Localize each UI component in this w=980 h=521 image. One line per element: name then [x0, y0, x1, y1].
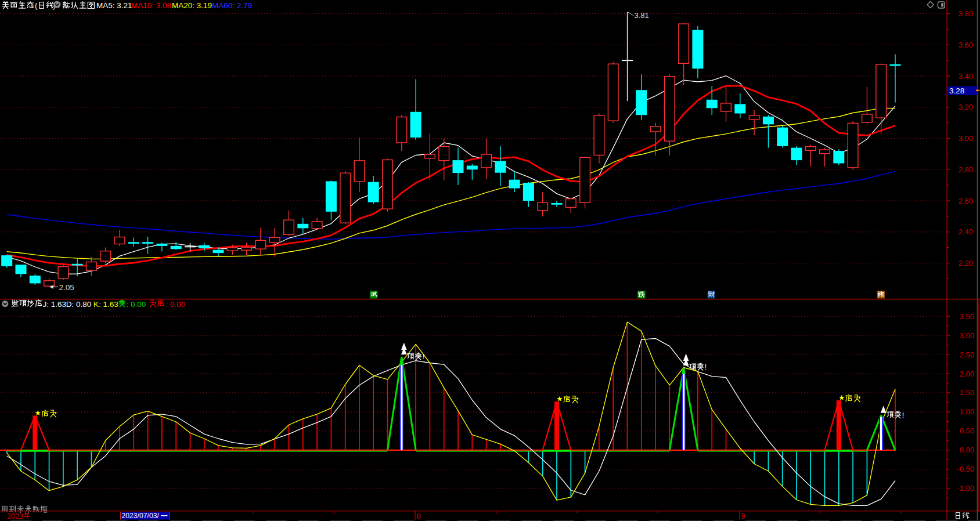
- svg-text:!: !: [902, 411, 904, 419]
- svg-text:3.81: 3.81: [635, 11, 649, 20]
- svg-text:-1.00: -1.00: [957, 484, 974, 493]
- svg-text:(: (: [35, 1, 38, 10]
- svg-text:!: !: [705, 363, 707, 371]
- svg-text:3.80: 3.80: [959, 9, 973, 18]
- svg-text:2.40: 2.40: [959, 227, 973, 236]
- svg-text:MA20: 3.19: MA20: 3.19: [172, 1, 212, 10]
- svg-text:1.50: 1.50: [960, 388, 974, 397]
- svg-text:2.00: 2.00: [960, 370, 974, 378]
- svg-text:K: 1.63: K: 1.63: [93, 300, 118, 309]
- svg-text:1.00: 1.00: [960, 407, 974, 416]
- svg-text:-0.50: -0.50: [957, 465, 974, 473]
- svg-text:2.60: 2.60: [959, 197, 973, 205]
- svg-text:MA60: 2.79: MA60: 2.79: [212, 1, 252, 10]
- svg-text:2023/07/03/: 2023/07/03/: [122, 512, 160, 520]
- svg-text:D: 0.80: D: 0.80: [66, 300, 92, 309]
- svg-text:9: 9: [741, 512, 745, 520]
- svg-text:3.28: 3.28: [949, 86, 964, 95]
- svg-text:3.40: 3.40: [959, 72, 973, 81]
- svg-text:3.00: 3.00: [960, 331, 974, 340]
- svg-text:3.50: 3.50: [960, 312, 974, 321]
- svg-text:2.20: 2.20: [959, 259, 973, 267]
- svg-text:8: 8: [417, 512, 421, 520]
- svg-text:MA10: 3.08: MA10: 3.08: [131, 1, 171, 10]
- svg-text:: 0.00: : 0.00: [127, 300, 146, 309]
- svg-text:MA5: 3.21: MA5: 3.21: [96, 1, 132, 10]
- svg-text:3.60: 3.60: [959, 41, 973, 49]
- svg-text:3.00: 3.00: [959, 134, 973, 143]
- svg-text:!: !: [423, 353, 424, 361]
- svg-text:0.50: 0.50: [960, 426, 974, 435]
- svg-text:2023: 2023: [7, 512, 23, 520]
- svg-text:2.50: 2.50: [960, 350, 974, 359]
- svg-text:0.00: 0.00: [960, 446, 974, 454]
- svg-text:: 0.00: : 0.00: [166, 300, 186, 309]
- svg-text:J: 1.63: J: 1.63: [43, 300, 67, 309]
- svg-text:2.05: 2.05: [59, 283, 74, 292]
- svg-text:2.80: 2.80: [959, 165, 973, 174]
- svg-text:3.20: 3.20: [959, 103, 973, 111]
